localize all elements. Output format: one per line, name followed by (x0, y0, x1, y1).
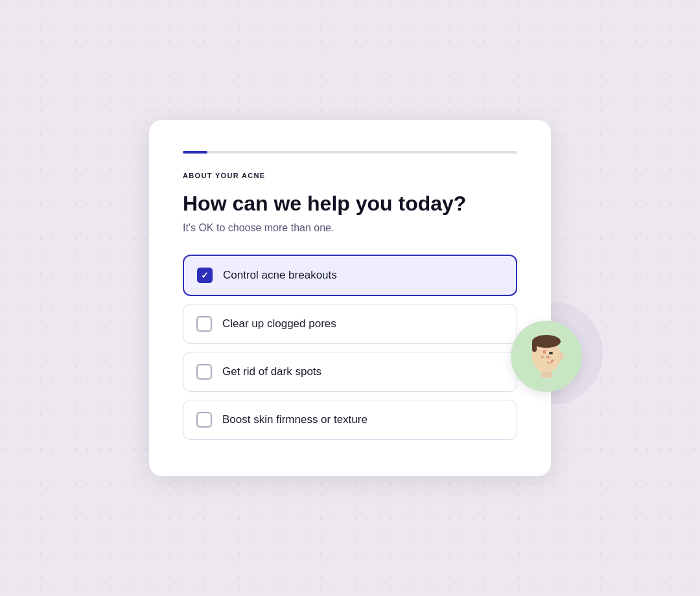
progress-bar-track (183, 151, 517, 154)
option-clogged-pores[interactable]: ✓ Clear up clogged pores (183, 304, 517, 344)
checkmark-icon: ✓ (201, 271, 209, 280)
options-list: ✓ Control acne breakouts ✓ Clear up clog… (183, 255, 517, 440)
svg-point-11 (544, 351, 544, 352)
checkbox-control-acne: ✓ (197, 268, 213, 283)
option-control-acne[interactable]: ✓ Control acne breakouts (183, 255, 517, 296)
svg-point-10 (546, 347, 548, 349)
svg-point-9 (551, 360, 554, 362)
progress-bar-fill (183, 151, 207, 154)
svg-point-6 (543, 350, 546, 353)
option-label-clogged-pores: Clear up clogged pores (222, 317, 336, 330)
svg-point-5 (549, 352, 553, 354)
option-dark-spots[interactable]: ✓ Get rid of dark spots (183, 352, 517, 392)
svg-point-4 (559, 352, 564, 360)
checkbox-dark-spots: ✓ (196, 364, 212, 380)
face-illustration (511, 321, 582, 392)
svg-rect-3 (532, 341, 537, 352)
svg-point-13 (542, 356, 542, 357)
section-label: ABOUT YOUR ACNE (183, 172, 517, 179)
option-label-control-acne: Control acne breakouts (223, 269, 337, 282)
main-card: ABOUT YOUR ACNE How can we help you toda… (149, 120, 551, 476)
option-label-skin-firmness: Boost skin firmness or texture (222, 413, 368, 426)
checkbox-skin-firmness: ✓ (196, 412, 212, 428)
option-label-dark-spots: Get rid of dark spots (222, 365, 321, 378)
main-title: How can we help you today? (183, 191, 517, 216)
subtitle: It's OK to choose more than one. (183, 222, 517, 234)
svg-point-8 (541, 356, 544, 358)
svg-point-7 (546, 356, 549, 358)
face-svg (519, 328, 574, 384)
checkbox-clogged-pores: ✓ (196, 316, 212, 332)
option-skin-firmness[interactable]: ✓ Boost skin firmness or texture (183, 400, 517, 440)
svg-point-12 (547, 356, 548, 357)
